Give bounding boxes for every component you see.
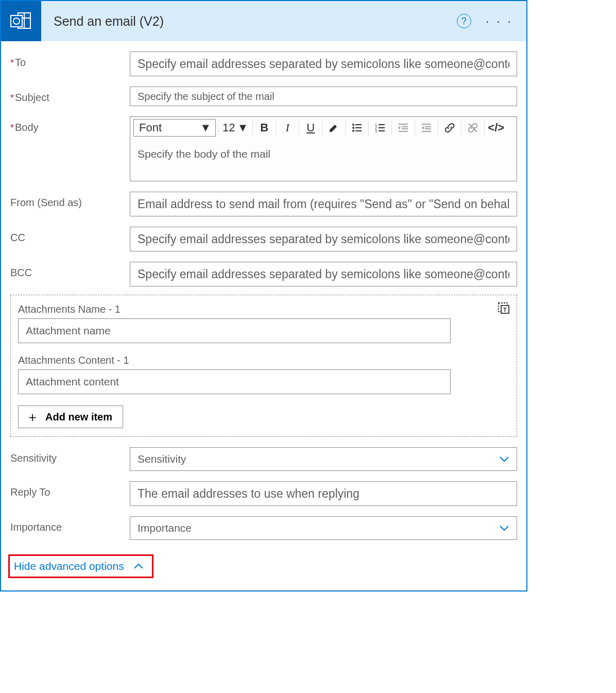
attachment-content-input[interactable]	[18, 369, 451, 394]
to-input[interactable]	[130, 52, 517, 76]
header-actions: ? · · ·	[457, 14, 526, 28]
svg-point-5	[352, 124, 354, 126]
rte-size-label: 12	[223, 121, 235, 134]
label-sensitivity: Sensitivity	[10, 447, 130, 464]
label-cc: CC	[10, 227, 130, 244]
from-input[interactable]	[130, 192, 517, 216]
importance-placeholder: Importance	[138, 522, 192, 534]
help-icon[interactable]: ?	[457, 14, 471, 28]
label-replyto: Reply To	[10, 481, 130, 498]
rte-font-select[interactable]: Font ▼	[133, 119, 216, 137]
chevron-down-icon	[499, 452, 509, 466]
rte-font-label: Font	[139, 121, 162, 134]
switch-to-array-input-icon[interactable]: T	[497, 301, 510, 315]
cc-input[interactable]	[130, 227, 517, 251]
attachments-array: T Attachments Name - 1 Attachments Conte…	[10, 295, 517, 437]
row-cc: CC	[1, 216, 526, 251]
svg-rect-3	[11, 15, 22, 27]
label-from: From (Send as)	[10, 192, 130, 209]
rte-indent-button[interactable]	[417, 119, 436, 137]
row-importance: Importance Importance	[1, 506, 526, 540]
action-card: Send an email (V2) ? · · · To Subject Bo…	[0, 0, 527, 591]
label-subject: Subject	[10, 87, 130, 104]
plus-icon: ＋	[26, 410, 39, 424]
rte-unlink-button[interactable]	[464, 119, 482, 137]
rte-italic-button[interactable]: I	[278, 119, 297, 137]
replyto-input[interactable]	[130, 481, 517, 506]
rich-text-editor: Font ▼ 12 ▼ B I U	[130, 116, 517, 181]
rte-bullet-list-button[interactable]	[348, 119, 366, 137]
svg-point-7	[352, 130, 354, 132]
rte-size-select[interactable]: 12 ▼	[220, 121, 250, 134]
label-body: Body	[10, 116, 130, 133]
caret-down-icon: ▼	[200, 121, 211, 134]
attachment-name-input[interactable]	[18, 318, 451, 343]
card-title: Send an email (V2)	[54, 14, 457, 29]
row-subject: Subject	[1, 76, 526, 106]
attachment-content-label: Attachments Content - 1	[18, 354, 509, 366]
card-body: To Subject Body Font ▼	[1, 41, 526, 583]
rte-link-button[interactable]	[440, 119, 459, 137]
rte-code-view-button[interactable]: </>	[487, 119, 505, 137]
rte-highlight-button[interactable]	[324, 119, 343, 137]
body-input[interactable]: Specify the body of the mail	[130, 139, 517, 181]
rte-toolbar: Font ▼ 12 ▼ B I U	[130, 117, 517, 139]
row-replyto: Reply To	[1, 471, 526, 506]
card-header: Send an email (V2) ? · · ·	[1, 1, 526, 41]
label-to: To	[10, 52, 130, 69]
rte-bold-button[interactable]: B	[255, 119, 273, 137]
advanced-options-footer: Hide advanced options	[1, 552, 526, 583]
label-importance: Importance	[10, 516, 130, 533]
hide-advanced-options-toggle[interactable]: Hide advanced options	[8, 554, 153, 578]
bcc-input[interactable]	[130, 262, 517, 286]
outlook-icon	[1, 1, 41, 41]
sensitivity-placeholder: Sensitivity	[138, 453, 186, 465]
add-new-item-label: Add new item	[45, 411, 112, 423]
attachment-name-label: Attachments Name - 1	[18, 303, 509, 315]
add-new-item-button[interactable]: ＋ Add new item	[18, 405, 123, 428]
rte-number-list-button[interactable]: 123	[371, 119, 389, 137]
chevron-down-icon	[499, 521, 509, 535]
svg-text:3: 3	[375, 129, 377, 133]
subject-input[interactable]	[130, 87, 517, 106]
rte-underline-button[interactable]: U	[301, 119, 320, 137]
row-sensitivity: Sensitivity Sensitivity	[1, 437, 526, 471]
svg-point-6	[352, 127, 354, 129]
row-bcc: BCC	[1, 251, 526, 286]
row-body: Body Font ▼ 12 ▼ B	[1, 106, 526, 181]
rte-outdent-button[interactable]	[394, 119, 413, 137]
label-bcc: BCC	[10, 262, 130, 279]
caret-down-icon: ▼	[237, 121, 248, 134]
row-to: To	[1, 41, 526, 76]
importance-select[interactable]: Importance	[130, 516, 517, 540]
row-from: From (Send as)	[1, 181, 526, 216]
sensitivity-select[interactable]: Sensitivity	[130, 447, 517, 471]
more-menu-icon[interactable]: · · ·	[486, 14, 516, 28]
hide-advanced-options-label: Hide advanced options	[14, 560, 124, 572]
chevron-up-icon	[133, 560, 144, 572]
svg-text:T: T	[503, 307, 507, 313]
